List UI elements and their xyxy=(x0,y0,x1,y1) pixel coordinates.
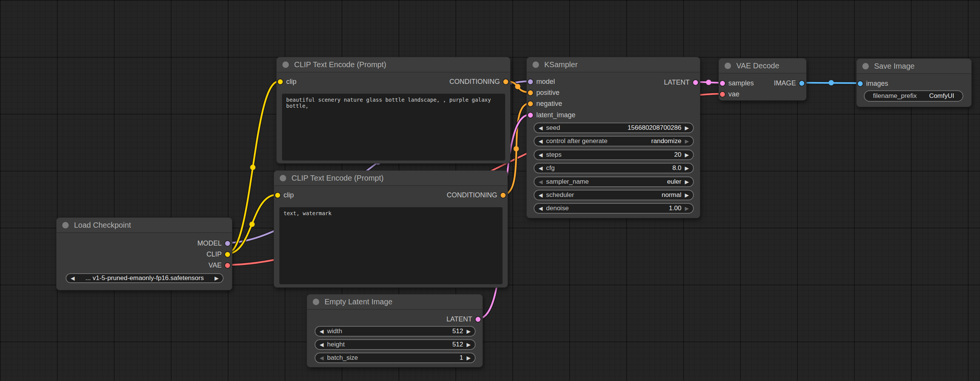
node-header[interactable]: Save Image xyxy=(857,59,971,74)
increment-icon[interactable] xyxy=(466,355,471,360)
width-widget[interactable]: width 512 xyxy=(315,326,476,337)
increment-icon[interactable] xyxy=(685,125,689,130)
node-header[interactable]: Empty Latent Image xyxy=(307,294,482,310)
seed-widget[interactable]: seed 156680208700286 xyxy=(534,122,694,133)
scheduler-widget[interactable]: scheduler normal xyxy=(534,190,694,200)
sampler-name-widget[interactable]: sampler_name euler xyxy=(534,176,694,187)
next-value-icon[interactable] xyxy=(685,192,689,198)
output-port-latent[interactable] xyxy=(476,317,480,322)
input-port-latent-image[interactable] xyxy=(528,113,533,117)
input-slot-model: model xyxy=(528,76,555,87)
decrement-icon[interactable] xyxy=(320,355,324,360)
decrement-icon[interactable] xyxy=(539,206,543,211)
node-empty-latent-image[interactable]: Empty Latent Image LATENT width 512 heig… xyxy=(307,294,483,367)
input-port-negative[interactable] xyxy=(528,101,533,106)
node-header[interactable]: KSampler xyxy=(527,57,700,73)
collapse-icon[interactable] xyxy=(280,175,286,181)
decrement-icon[interactable] xyxy=(320,342,324,347)
input-port-positive[interactable] xyxy=(528,90,533,95)
decrement-icon[interactable] xyxy=(320,329,324,334)
link-dot-latent-out[interactable] xyxy=(706,80,711,85)
decrement-icon[interactable] xyxy=(539,165,543,171)
input-port-model[interactable] xyxy=(528,79,533,84)
output-port-latent[interactable] xyxy=(693,80,698,85)
output-label: IMAGE xyxy=(774,79,796,87)
collapse-icon[interactable] xyxy=(282,62,289,68)
node-title: KSampler xyxy=(544,60,578,69)
output-port-conditioning[interactable] xyxy=(503,79,508,84)
collapse-icon[interactable] xyxy=(533,62,539,68)
node-graph-canvas[interactable]: Load Checkpoint MODEL CLIP VAE ... v1-5-… xyxy=(0,0,980,381)
input-port-vae[interactable] xyxy=(720,92,725,97)
node-save-image[interactable]: Save Image images filename_prefix ComfyU… xyxy=(856,59,972,107)
positive-prompt-textarea[interactable]: beautiful scenery nature glass bottle la… xyxy=(282,94,505,160)
input-port-samples[interactable] xyxy=(720,81,725,86)
negative-prompt-textarea[interactable]: text, watermark xyxy=(279,207,503,284)
node-header[interactable]: CLIP Text Encode (Prompt) xyxy=(274,171,508,186)
output-label: LATENT xyxy=(446,315,472,323)
next-value-icon[interactable] xyxy=(215,276,219,281)
collapse-icon[interactable] xyxy=(725,63,731,69)
link-dot-conditioning-positive[interactable] xyxy=(515,84,520,89)
output-port-model[interactable] xyxy=(225,241,230,246)
node-clip-text-encode-negative[interactable]: CLIP Text Encode (Prompt) clip CONDITION… xyxy=(274,170,508,287)
increment-icon[interactable] xyxy=(466,342,471,347)
node-title: Load Checkpoint xyxy=(74,221,131,230)
batch-size-widget[interactable]: batch_size 1 xyxy=(315,352,476,363)
increment-icon[interactable] xyxy=(685,206,689,211)
prev-value-icon[interactable] xyxy=(539,138,543,144)
node-header[interactable]: VAE Decode xyxy=(719,59,806,74)
link-dot-clip-positive[interactable] xyxy=(250,165,255,170)
height-widget[interactable]: height 512 xyxy=(315,339,476,350)
input-label: latent_image xyxy=(536,111,575,119)
input-port-clip[interactable] xyxy=(278,79,283,84)
collapse-icon[interactable] xyxy=(862,63,869,70)
denoise-widget[interactable]: denoise 1.00 xyxy=(534,203,694,214)
increment-icon[interactable] xyxy=(466,329,471,334)
output-port-clip[interactable] xyxy=(225,252,230,257)
link-dot-image[interactable] xyxy=(829,80,834,86)
node-load-checkpoint[interactable]: Load Checkpoint MODEL CLIP VAE ... v1-5-… xyxy=(56,217,232,290)
decrement-icon[interactable] xyxy=(539,152,543,157)
node-header[interactable]: Load Checkpoint xyxy=(57,218,232,233)
filename-prefix-widget[interactable]: filename_prefix ComfyUI xyxy=(864,90,963,102)
widget-label: scheduler xyxy=(546,191,574,199)
widget-value: randomize xyxy=(651,137,681,145)
increment-icon[interactable] xyxy=(685,165,689,171)
decrement-icon[interactable] xyxy=(539,125,543,130)
node-vae-decode[interactable]: VAE Decode samples vae IMAGE xyxy=(719,58,807,100)
input-slot-negative: negative xyxy=(528,98,562,109)
cfg-widget[interactable]: cfg 8.0 xyxy=(534,163,694,173)
node-clip-text-encode-positive[interactable]: CLIP Text Encode (Prompt) clip CONDITION… xyxy=(276,57,511,164)
input-port-clip[interactable] xyxy=(275,193,280,198)
collapse-icon[interactable] xyxy=(62,222,69,229)
output-port-image[interactable] xyxy=(799,81,804,86)
input-label: model xyxy=(536,78,555,86)
next-value-icon[interactable] xyxy=(685,179,689,184)
input-label: samples xyxy=(729,79,754,87)
input-slot-images: images xyxy=(858,78,888,89)
steps-widget[interactable]: steps 20 xyxy=(534,149,694,160)
output-port-vae[interactable] xyxy=(225,263,230,268)
widget-value: 512 xyxy=(452,341,463,348)
collapse-icon[interactable] xyxy=(313,298,319,305)
link-dot-conditioning-negative[interactable] xyxy=(514,146,519,151)
prev-value-icon[interactable] xyxy=(71,276,75,281)
prev-value-icon[interactable] xyxy=(539,179,543,184)
output-slot-clip: CLIP xyxy=(207,249,230,260)
widget-label: cfg xyxy=(546,164,555,172)
increment-icon[interactable] xyxy=(685,152,689,157)
output-label: MODEL xyxy=(197,240,222,248)
input-port-images[interactable] xyxy=(858,81,863,86)
output-label: CLIP xyxy=(207,251,222,259)
node-ksampler[interactable]: KSampler model positive negative latent_… xyxy=(527,57,700,218)
control-after-generate-widget[interactable]: control after generate randomize xyxy=(534,136,694,146)
output-port-conditioning[interactable] xyxy=(501,193,506,198)
next-value-icon[interactable] xyxy=(685,138,689,144)
input-label: clip xyxy=(283,191,294,199)
link-dot-clip-negative[interactable] xyxy=(249,222,255,227)
output-slot-model: MODEL xyxy=(197,238,230,249)
prev-value-icon[interactable] xyxy=(539,192,543,198)
ckpt-name-widget[interactable]: ... v1-5-pruned-emaonly-fp16.safetensors xyxy=(66,273,224,283)
node-header[interactable]: CLIP Text Encode (Prompt) xyxy=(277,57,510,73)
